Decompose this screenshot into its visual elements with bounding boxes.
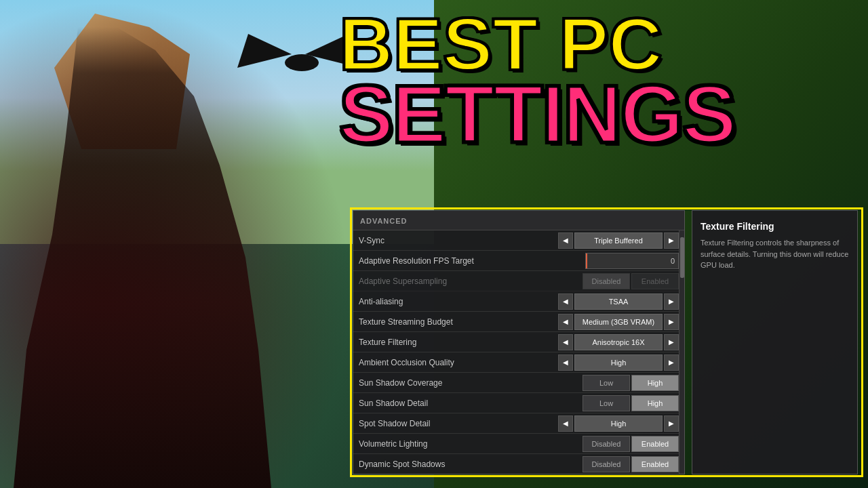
sun-shadow-detail-label: Sun Shadow Detail <box>359 399 583 408</box>
setting-row-spot-shadow-detail: Spot Shadow Detail ◀ High ▶ <box>353 413 684 434</box>
setting-row-dynamic-spot-shadows: Dynamic Spot Shadows Disabled Enabled <box>353 454 684 474</box>
sun-shadow-coverage-high[interactable]: High <box>631 375 679 391</box>
texture-filtering-arrow-right[interactable]: ▶ <box>664 334 679 350</box>
ambient-occlusion-value: High <box>574 354 663 371</box>
sun-shadow-detail-low[interactable]: Low <box>583 395 630 411</box>
info-panel: Texture Filtering Texture Filtering cont… <box>692 210 858 474</box>
setting-row-vsync: V-Sync ◀ Triple Buffered ▶ <box>353 230 684 251</box>
dynamic-spot-shadows-disabled[interactable]: Disabled <box>583 456 630 472</box>
texture-streaming-label: Texture Streaming Budget <box>359 317 558 327</box>
adaptive-res-fill <box>586 253 587 268</box>
adaptive-super-control: Disabled Enabled <box>583 273 679 289</box>
texture-streaming-value: Medium (3GB VRAM) <box>574 314 663 330</box>
sun-shadow-coverage-control: Low High <box>583 375 679 391</box>
setting-row-volumetric-lighting: Volumetric Lighting Disabled Enabled <box>353 434 684 454</box>
adaptive-res-bar[interactable]: 0 <box>585 253 679 269</box>
adaptive-res-label: Adaptive Resolution FPS Target <box>359 256 585 266</box>
character-figure <box>0 0 353 488</box>
texture-filtering-arrow-left[interactable]: ◀ <box>558 334 573 350</box>
vsync-label: V-Sync <box>359 236 558 245</box>
title-container: BEST PC SETTINGS <box>339 10 735 150</box>
anti-aliasing-label: Anti-aliasing <box>359 297 558 306</box>
setting-row-adaptive-super: Adaptive Supersampling Disabled Enabled <box>353 271 684 291</box>
spot-shadow-detail-arrow-left[interactable]: ◀ <box>558 415 573 432</box>
dynamic-spot-shadows-toggle: Disabled Enabled <box>583 456 679 472</box>
anti-aliasing-arrow-left[interactable]: ◀ <box>558 293 573 310</box>
scrollbar[interactable] <box>679 230 684 474</box>
spot-shadow-detail-control: ◀ High ▶ <box>558 415 679 432</box>
setting-row-sun-shadow-coverage: Sun Shadow Coverage Low High <box>353 373 684 393</box>
sun-shadow-detail-control: Low High <box>583 395 679 411</box>
volumetric-lighting-control: Disabled Enabled <box>583 436 679 452</box>
dynamic-spot-shadows-control: Disabled Enabled <box>583 456 679 472</box>
sun-shadow-detail-toggle: Low High <box>583 395 679 411</box>
setting-row-texture-filtering: Texture Filtering ◀ Anisotropic 16X ▶ <box>353 332 684 352</box>
anti-aliasing-control: ◀ TSAA ▶ <box>558 293 679 310</box>
panel-header: ADVANCED <box>353 211 684 230</box>
adaptive-super-label: Adaptive Supersampling <box>359 277 583 286</box>
volumetric-lighting-toggle: Disabled Enabled <box>583 436 679 452</box>
anti-aliasing-arrow-right[interactable]: ▶ <box>664 293 679 310</box>
setting-row-ambient-occlusion: Ambient Occlusion Quality ◀ High ▶ <box>353 352 684 373</box>
ambient-occlusion-arrow-left[interactable]: ◀ <box>558 354 573 371</box>
sun-shadow-detail-high[interactable]: High <box>631 395 679 411</box>
title-line2: SETTINGS <box>339 77 735 150</box>
character-body <box>14 27 271 488</box>
vsync-control: ◀ Triple Buffered ▶ <box>558 232 679 249</box>
vsync-arrow-left[interactable]: ◀ <box>558 232 573 249</box>
sun-shadow-coverage-low[interactable]: Low <box>583 375 630 391</box>
ambient-occlusion-label: Ambient Occlusion Quality <box>359 358 558 367</box>
volumetric-lighting-disabled[interactable]: Disabled <box>583 436 630 452</box>
scrollbar-thumb <box>680 237 684 278</box>
sun-shadow-coverage-toggle: Low High <box>583 375 679 391</box>
texture-streaming-arrow-left[interactable]: ◀ <box>558 314 573 330</box>
anti-aliasing-value: TSAA <box>574 293 663 310</box>
volumetric-lighting-label: Volumetric Lighting <box>359 439 583 449</box>
adaptive-super-enabled[interactable]: Enabled <box>631 273 679 289</box>
texture-filtering-label: Texture Filtering <box>359 338 558 347</box>
ambient-occlusion-control: ◀ High ▶ <box>558 354 679 371</box>
texture-filtering-value: Anisotropic 16X <box>574 334 663 350</box>
vsync-arrow-right[interactable]: ▶ <box>664 232 679 249</box>
adaptive-super-disabled[interactable]: Disabled <box>583 273 630 289</box>
ambient-occlusion-arrow-right[interactable]: ▶ <box>664 354 679 371</box>
adaptive-res-value: 0 <box>671 257 675 265</box>
texture-filtering-control: ◀ Anisotropic 16X ▶ <box>558 334 679 350</box>
info-panel-description: Texture Filtering controls the sharpness… <box>701 237 849 271</box>
setting-row-sun-shadow-detail: Sun Shadow Detail Low High <box>353 393 684 413</box>
spot-shadow-detail-value: High <box>574 415 663 432</box>
volumetric-lighting-enabled[interactable]: Enabled <box>631 436 679 452</box>
setting-row-anti-aliasing: Anti-aliasing ◀ TSAA ▶ <box>353 291 684 312</box>
settings-list: V-Sync ◀ Triple Buffered ▶ Adaptive Reso… <box>353 230 684 474</box>
spot-shadow-detail-label: Spot Shadow Detail <box>359 419 558 428</box>
adaptive-super-toggle: Disabled Enabled <box>583 273 679 289</box>
dynamic-spot-shadows-enabled[interactable]: Enabled <box>631 456 679 472</box>
adaptive-res-control: 0 <box>585 253 679 269</box>
dynamic-spot-shadows-label: Dynamic Spot Shadows <box>359 460 583 469</box>
setting-row-adaptive-res: Adaptive Resolution FPS Target 0 <box>353 251 684 271</box>
info-panel-title: Texture Filtering <box>701 221 849 232</box>
sun-shadow-coverage-label: Sun Shadow Coverage <box>359 378 583 388</box>
spot-shadow-detail-arrow-right[interactable]: ▶ <box>664 415 679 432</box>
panel-header-text: ADVANCED <box>360 217 408 225</box>
texture-streaming-arrow-right[interactable]: ▶ <box>664 314 679 330</box>
texture-streaming-control: ◀ Medium (3GB VRAM) ▶ <box>558 314 679 330</box>
title-line1: BEST PC <box>339 10 735 77</box>
settings-panel: ADVANCED V-Sync ◀ Triple Buffered ▶ Adap… <box>353 210 685 474</box>
setting-row-texture-streaming: Texture Streaming Budget ◀ Medium (3GB V… <box>353 312 684 332</box>
vsync-value: Triple Buffered <box>574 232 663 249</box>
